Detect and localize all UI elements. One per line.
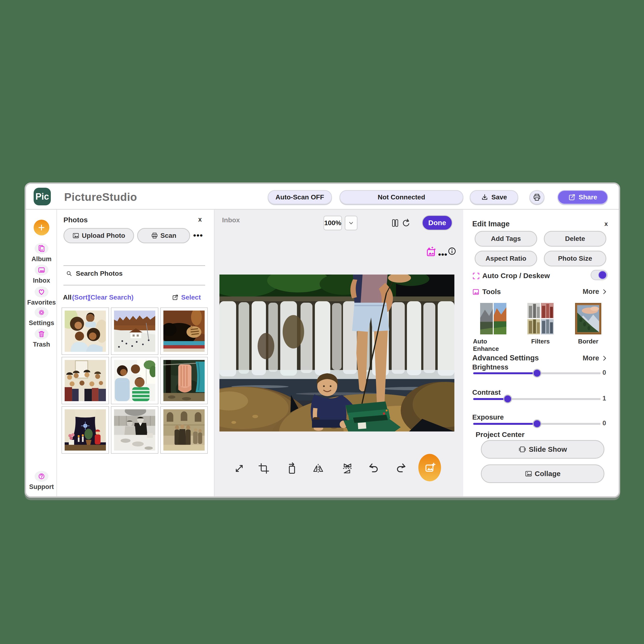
sidebar-item-trash[interactable]: Trash <box>26 328 57 348</box>
crop-corners-icon <box>472 272 480 280</box>
rotate-view-button[interactable] <box>401 218 411 228</box>
undo-button[interactable] <box>368 462 379 475</box>
photo-thumbnail[interactable] <box>111 357 158 404</box>
done-button[interactable]: Done <box>422 215 452 230</box>
edit-image-panel: Edit Image x Add Tags Delete Aspect Rati… <box>463 210 619 498</box>
scanner-icon <box>151 232 158 239</box>
app-title: PictureStudio <box>64 191 137 203</box>
select-button[interactable]: Select <box>172 294 201 301</box>
auto-enhance-icon[interactable] <box>426 245 437 257</box>
sort-link[interactable]: (Sort) <box>72 294 90 301</box>
search-photos[interactable] <box>66 268 199 279</box>
collage-label: Collage <box>535 470 561 478</box>
photo-size-label: Photo Size <box>558 255 592 262</box>
tool-filters[interactable]: Filters <box>520 303 561 345</box>
clear-search-link[interactable]: (Clear Search) <box>88 294 134 301</box>
auto-crop-toggle[interactable] <box>591 270 608 280</box>
slide-show-button[interactable]: Slide Show <box>481 440 604 459</box>
tool-auto-enhance[interactable]: Auto Enhance <box>473 303 514 353</box>
collage-icon <box>525 470 532 478</box>
photo-thumbnail[interactable] <box>62 357 109 404</box>
sidebar-item-favorites[interactable]: Favorites <box>26 286 57 306</box>
download-icon <box>481 193 488 201</box>
photo-thumbnail[interactable] <box>160 406 208 454</box>
auto-enhance-label: Auto Enhance <box>473 338 514 353</box>
app-window: Pic PictureStudio Auto-Scan OFF Not Conn… <box>25 182 620 498</box>
sidebar-item-album[interactable]: Album <box>26 243 57 263</box>
resize-tool-button[interactable] <box>233 462 245 475</box>
aspect-ratio-label: Aspect Ratio <box>485 255 526 262</box>
advanced-settings-label: Advanced Settings <box>472 354 539 362</box>
collage-button[interactable]: Collage <box>481 464 604 483</box>
slider-thumb[interactable] <box>503 395 512 403</box>
slider-thumb[interactable] <box>533 369 541 378</box>
save-button[interactable]: Save <box>470 190 518 204</box>
aspect-ratio-button[interactable]: Aspect Ratio <box>475 251 537 266</box>
rotate-tool-button[interactable] <box>286 462 298 475</box>
photos-overflow-button[interactable]: ••• <box>193 231 203 240</box>
advanced-more-button[interactable]: More <box>583 354 607 362</box>
delete-label: Delete <box>565 235 585 243</box>
sidebar-item-settings[interactable]: Settings <box>26 307 57 327</box>
add-new-button[interactable]: + <box>34 220 49 235</box>
project-center-label: Project Center <box>476 431 525 439</box>
slider-fill <box>473 372 537 374</box>
photo-size-button[interactable]: Photo Size <box>544 251 606 266</box>
brightness-slider[interactable] <box>473 372 601 374</box>
crop-tool-button[interactable] <box>258 462 270 475</box>
print-button[interactable] <box>529 190 545 204</box>
sidebar-label-trash: Trash <box>33 341 50 348</box>
photo-thumbnail[interactable] <box>111 406 158 454</box>
photos-panel-title: Photos <box>63 216 88 224</box>
photo-thumbnail[interactable] <box>62 307 109 355</box>
main-photo[interactable] <box>219 275 454 431</box>
photo-thumbnail[interactable] <box>160 307 208 355</box>
search-input[interactable] <box>76 270 181 277</box>
photo-overflow-button[interactable]: ••• <box>438 250 447 259</box>
redo-button[interactable] <box>395 462 407 475</box>
select-label: Select <box>181 294 201 301</box>
exposure-label: Exposure <box>472 413 504 421</box>
sidebar: + Album Inbox Favorites <box>26 210 57 498</box>
upload-photo-button[interactable]: Upload Photo <box>63 228 134 243</box>
photo-thumbnail[interactable] <box>160 357 208 404</box>
flip-vertical-button[interactable] <box>342 462 353 475</box>
exposure-slider[interactable] <box>473 423 601 425</box>
content-row: + Album Inbox Favorites <box>26 210 619 498</box>
split-view-button[interactable] <box>390 218 400 228</box>
photo-thumbnail[interactable] <box>62 406 109 454</box>
add-tags-label: Add Tags <box>491 235 521 243</box>
slider-thumb[interactable] <box>533 419 541 428</box>
zoom-dropdown-button[interactable] <box>345 216 358 230</box>
image-icon <box>72 232 79 239</box>
tool-border[interactable]: Border <box>568 303 608 345</box>
sidebar-item-inbox[interactable]: Inbox <box>26 265 57 284</box>
flip-horizontal-button[interactable] <box>312 462 324 475</box>
share-label: Share <box>579 193 597 201</box>
auto-enhance-thumbnail <box>480 303 506 334</box>
add-image-button[interactable] <box>418 454 441 481</box>
tools-more-button[interactable]: More <box>583 288 607 296</box>
share-button[interactable]: Share <box>557 190 608 204</box>
scan-label: Scan <box>161 232 177 239</box>
sidebar-item-support[interactable]: Support <box>26 471 57 491</box>
connection-status-button[interactable]: Not Connected <box>339 190 463 204</box>
tools-more-label: More <box>583 288 599 296</box>
info-icon[interactable] <box>447 246 457 256</box>
save-label: Save <box>491 193 507 201</box>
contrast-value: 1 <box>602 395 606 402</box>
breadcrumb: Inbox <box>222 216 240 224</box>
photo-thumbnail[interactable] <box>111 307 158 355</box>
slider-fill <box>473 398 508 400</box>
auto-scan-button[interactable]: Auto-Scan OFF <box>268 190 332 204</box>
delete-button[interactable]: Delete <box>544 231 606 247</box>
scan-button[interactable]: Scan <box>137 228 190 243</box>
zoom-level[interactable]: 100% <box>323 216 342 230</box>
help-icon <box>35 471 48 482</box>
photos-panel-close-button[interactable]: x <box>198 216 202 223</box>
contrast-slider[interactable] <box>473 398 601 400</box>
gear-icon <box>35 307 48 318</box>
app-logo: Pic <box>34 188 51 205</box>
add-tags-button[interactable]: Add Tags <box>475 231 537 247</box>
edit-panel-close-button[interactable]: x <box>604 220 608 228</box>
